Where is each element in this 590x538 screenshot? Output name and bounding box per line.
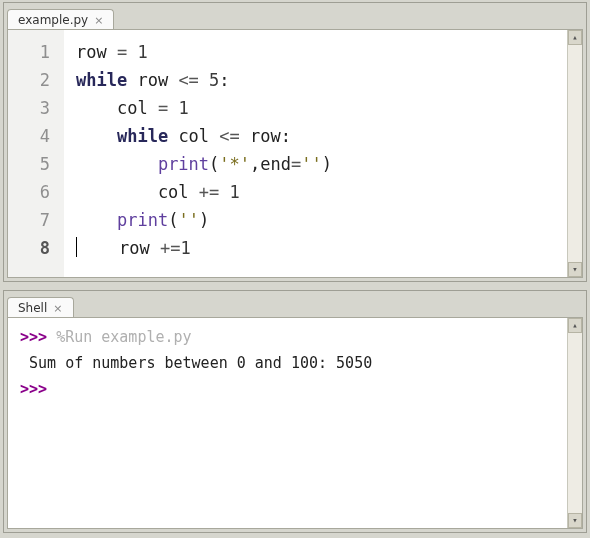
code-line[interactable]: col = 1 <box>76 94 559 122</box>
scroll-up-icon[interactable]: ▴ <box>568 30 582 45</box>
code-token: <= <box>219 126 239 146</box>
code-token: 1 <box>180 238 190 258</box>
text-cursor <box>76 237 77 257</box>
shell-content: >>> %Run example.py Sum of numbers betwe… <box>7 317 583 529</box>
shell-output-area[interactable]: >>> %Run example.py Sum of numbers betwe… <box>8 318 567 528</box>
shell-segment: %Run example.py <box>56 328 191 346</box>
editor-tab[interactable]: example.py × <box>7 9 114 30</box>
code-token: 5 <box>209 70 219 90</box>
shell-segment: >>> <box>20 380 56 398</box>
code-token: while <box>76 70 127 90</box>
code-token <box>127 42 137 62</box>
code-token: row <box>76 42 117 62</box>
scroll-down-icon[interactable]: ▾ <box>568 262 582 277</box>
close-icon[interactable]: × <box>92 14 105 27</box>
code-line[interactable]: row +=1 <box>76 234 559 262</box>
code-token <box>168 98 178 118</box>
shell-panel: Shell × >>> %Run example.py Sum of numbe… <box>3 290 587 533</box>
code-token: = <box>291 154 301 174</box>
code-token: ( <box>168 210 178 230</box>
code-token: print <box>158 154 209 174</box>
code-token <box>199 70 209 90</box>
close-icon[interactable]: × <box>51 302 64 315</box>
shell-segment: Sum of numbers between 0 and 100: 5050 <box>20 354 372 372</box>
code-token: = <box>158 98 168 118</box>
code-line[interactable]: while row <= 5: <box>76 66 559 94</box>
code-token: 1 <box>178 98 188 118</box>
editor-panel: example.py × 12345678 row = 1while row <… <box>3 2 587 282</box>
shell-segment: >>> <box>20 328 56 346</box>
code-token: while <box>117 126 168 146</box>
code-token: : <box>219 70 229 90</box>
shell-line: Sum of numbers between 0 and 100: 5050 <box>20 350 557 376</box>
line-number-gutter: 12345678 <box>8 30 64 277</box>
shell-line: >>> %Run example.py <box>20 324 557 350</box>
code-token: = <box>117 42 127 62</box>
code-token: <= <box>178 70 198 90</box>
code-token <box>76 154 158 174</box>
code-token <box>76 126 117 146</box>
code-token: += <box>160 238 180 258</box>
line-number: 3 <box>8 94 50 122</box>
code-editor-area[interactable]: row = 1while row <= 5: col = 1 while col… <box>64 30 567 277</box>
shell-scrollbar[interactable]: ▴ ▾ <box>567 318 582 528</box>
code-token: 1 <box>137 42 147 62</box>
code-token: ) <box>199 210 209 230</box>
code-token: ) <box>322 154 332 174</box>
code-line[interactable]: print('') <box>76 206 559 234</box>
scroll-track[interactable] <box>568 45 582 262</box>
editor-content: 12345678 row = 1while row <= 5: col = 1 … <box>7 29 583 278</box>
scroll-up-icon[interactable]: ▴ <box>568 318 582 333</box>
code-token: '*' <box>219 154 250 174</box>
editor-scrollbar[interactable]: ▴ ▾ <box>567 30 582 277</box>
editor-tab-label: example.py <box>18 13 88 27</box>
shell-tab[interactable]: Shell × <box>7 297 74 318</box>
code-token: ( <box>209 154 219 174</box>
code-token: 1 <box>230 182 240 202</box>
line-number: 5 <box>8 150 50 178</box>
line-number: 2 <box>8 66 50 94</box>
code-token: ,end <box>250 154 291 174</box>
code-line[interactable]: while col <= row: <box>76 122 559 150</box>
code-line[interactable]: col += 1 <box>76 178 559 206</box>
code-line[interactable]: row = 1 <box>76 38 559 66</box>
code-token: '' <box>178 210 198 230</box>
code-token <box>219 182 229 202</box>
code-token: col <box>76 182 199 202</box>
scroll-track[interactable] <box>568 333 582 513</box>
code-token: += <box>199 182 219 202</box>
code-token: row <box>127 70 178 90</box>
code-token <box>76 210 117 230</box>
code-line[interactable]: print('*',end='') <box>76 150 559 178</box>
shell-line: >>> <box>20 376 557 402</box>
shell-tab-label: Shell <box>18 301 47 315</box>
code-token: print <box>117 210 168 230</box>
code-token: '' <box>301 154 321 174</box>
line-number: 4 <box>8 122 50 150</box>
code-token: row: <box>240 126 291 146</box>
code-token: row <box>78 238 160 258</box>
scroll-down-icon[interactable]: ▾ <box>568 513 582 528</box>
shell-tab-bar: Shell × <box>4 291 586 317</box>
editor-tab-bar: example.py × <box>4 3 586 29</box>
code-token: col <box>76 98 158 118</box>
code-token: col <box>168 126 219 146</box>
line-number: 7 <box>8 206 50 234</box>
line-number: 8 <box>8 234 50 262</box>
line-number: 6 <box>8 178 50 206</box>
line-number: 1 <box>8 38 50 66</box>
